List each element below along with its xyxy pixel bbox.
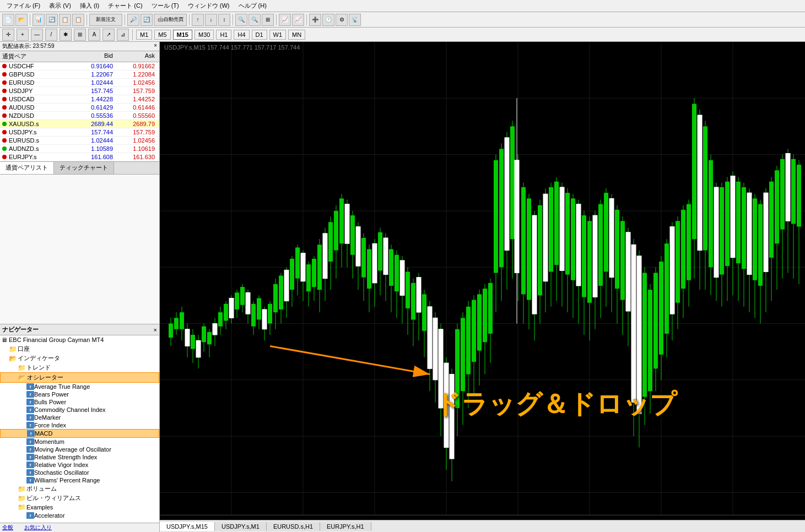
navigator-close-btn[interactable]: × [154, 327, 157, 333]
navigator-folder[interactable]: 📂インディケータ [0, 354, 159, 363]
navigator-indicator[interactable]: fDeMarker [0, 414, 159, 421]
navigator-indicator[interactable]: fMomentum [0, 438, 159, 446]
tf-d1[interactable]: D1 [252, 30, 267, 40]
tf-m15[interactable]: M15 [173, 30, 192, 40]
btn-t15[interactable]: 📡 [349, 14, 361, 26]
menu-window[interactable]: ウィンドウ (W) [183, 1, 234, 11]
menu-tools[interactable]: ツール (T) [147, 1, 183, 11]
pair-row[interactable]: AUDNZD.s 1.10589 1.10619 [0, 145, 159, 153]
btn-t5[interactable]: 🔎 [127, 14, 139, 26]
pair-row[interactable]: USDCHF 0.91640 0.91662 [0, 62, 159, 70]
draw-text-btn[interactable]: A [88, 29, 100, 41]
btn-t9[interactable]: ↕ [218, 14, 230, 26]
pair-row[interactable]: EURUSD.s 1.02444 1.02456 [0, 137, 159, 145]
svg-rect-237 [742, 187, 746, 269]
pair-bid: 157.745 [69, 88, 113, 94]
draw-grid-btn[interactable]: ⊞ [74, 29, 86, 41]
btn-t12[interactable]: ➕ [309, 14, 321, 26]
btn-t2[interactable]: 🔄 [46, 14, 58, 26]
navigator-indicator[interactable]: fRelative Vigor Index [0, 461, 159, 469]
chart-tab-usdjpy-m1[interactable]: USDJPY.s,M1 [215, 522, 267, 531]
menu-insert[interactable]: 挿入 (I) [75, 1, 104, 11]
pair-dot [2, 155, 7, 159]
btn-t4[interactable]: 📋 [72, 14, 84, 26]
pair-row[interactable]: EURUSD 1.02444 1.02456 [0, 79, 159, 87]
btn-t14[interactable]: ⚙ [336, 14, 348, 26]
btn-t13[interactable]: 🕐 [322, 14, 334, 26]
tab-tick-chart[interactable]: ティックチャート [54, 162, 114, 174]
tf-m1[interactable]: M1 [136, 30, 152, 40]
menu-view[interactable]: 表示 (V) [45, 1, 75, 11]
crosshair-btn[interactable]: + [17, 29, 29, 41]
draw-arrow-btn[interactable]: ↗ [102, 29, 115, 41]
pair-row[interactable]: AUDUSD 0.61429 0.61446 [0, 104, 159, 112]
draw-slash-btn[interactable]: / [45, 29, 57, 41]
menu-file[interactable]: ファイル (F) [2, 1, 45, 11]
tf-m5[interactable]: M5 [154, 30, 170, 40]
zoom-out-btn[interactable]: 🔍 [248, 14, 261, 26]
pair-dot [2, 64, 7, 68]
btn-t10[interactable]: 📈 [279, 14, 291, 26]
btn-t3[interactable]: 📋 [59, 14, 71, 26]
menu-help[interactable]: ヘルプ (H) [234, 1, 271, 11]
btn-t8[interactable]: ↓ [205, 14, 217, 26]
chart-tab-eurusd-h1[interactable]: EURUSD.s,H1 [267, 522, 320, 531]
navigator-indicator[interactable]: fStochastic Oscillator [0, 469, 159, 476]
open-btn[interactable]: 📂 [15, 14, 28, 26]
tab-pairs-list[interactable]: 通貨ペアリスト [0, 162, 54, 174]
draw-line-btn[interactable]: — [31, 29, 43, 41]
zoom-fit-btn[interactable]: ⊞ [262, 14, 274, 26]
tf-h4[interactable]: H4 [234, 30, 249, 40]
svg-rect-184 [620, 221, 625, 300]
pair-row[interactable]: GBPUSD 1.22067 1.22084 [0, 70, 159, 79]
auto-trade-btn[interactable]: 🤖自動売買 [154, 14, 187, 26]
status-close[interactable]: × [154, 42, 157, 50]
navigator-indicator[interactable]: fCommodity Channel Index [0, 406, 159, 414]
navigator-indicator[interactable]: fBulls Power [0, 398, 159, 406]
navigator-folder[interactable]: 📁Examples [0, 503, 159, 512]
navigator-folder[interactable]: 📂オシレーター [0, 372, 159, 383]
bottom-all[interactable]: 全般 [2, 524, 13, 531]
tf-h1[interactable]: H1 [216, 30, 231, 40]
navigator-folder[interactable]: 📁トレンド [0, 363, 159, 372]
pair-row[interactable]: EURJPY.s 161.608 161.630 [0, 153, 159, 161]
zoom-in-btn[interactable]: 🔍 [235, 14, 247, 26]
navigator-folder[interactable]: 📁ボリューム [0, 484, 159, 493]
btn-t11[interactable]: 📈 [292, 14, 304, 26]
navigator-indicator[interactable]: fMACD [0, 429, 159, 438]
new-order-btn[interactable]: 新規注文 [89, 14, 122, 26]
chart-tab-usdjpy-m15[interactable]: USDJPY.s,M15 [160, 522, 215, 531]
navigator-indicator[interactable]: fRelative Strength Index [0, 453, 159, 461]
navigator-indicator[interactable]: fForce Index [0, 421, 159, 429]
navigator-folder[interactable]: 🖥EBC Financial Group Cayman MT4 [0, 335, 159, 344]
navigator-indicator[interactable]: fAverage True Range [0, 383, 159, 390]
pair-row[interactable]: USDJPY 157.745 157.759 [0, 87, 159, 95]
new-chart-btn[interactable]: 📄 [2, 14, 14, 26]
tf-m30[interactable]: M30 [195, 30, 214, 40]
navigator-folder[interactable]: 📁ビル・ウィリアムス [0, 493, 159, 503]
btn-t7[interactable]: ↑ [192, 14, 204, 26]
svg-rect-170 [582, 215, 586, 297]
chart-area[interactable]: USDJPY.s,M15 157.744 157.771 157.717 157… [160, 42, 805, 532]
btn-t1[interactable]: 📊 [33, 14, 45, 26]
btn-t6[interactable]: 🔄 [141, 14, 153, 26]
draw-angle-btn[interactable]: ⊿ [117, 29, 129, 41]
draw-star-btn[interactable]: ✱ [60, 29, 72, 41]
pair-row[interactable]: XAUUSD.s 2689.44 2689.79 [0, 120, 159, 128]
cursor-btn[interactable]: ✛ [2, 29, 14, 41]
navigator-indicator[interactable]: fMoving Average of Oscillator [0, 446, 159, 453]
navigator-indicator[interactable]: fWilliams' Percent Range [0, 476, 159, 484]
tf-w1[interactable]: W1 [269, 30, 287, 40]
menu-chart[interactable]: チャート (C) [104, 1, 147, 11]
navigator-indicator[interactable]: fAccelerator [0, 512, 159, 519]
bottom-favorites[interactable]: お気に入り [24, 524, 52, 531]
tf-mn[interactable]: MN [288, 30, 305, 40]
svg-rect-207 [687, 204, 691, 280]
pair-row[interactable]: NZDUSD 0.55536 0.55560 [0, 112, 159, 120]
navigator-folder[interactable]: 📁口座 [0, 344, 159, 354]
chart-tab-eurjpy-h1[interactable]: EURJPY.s,H1 [320, 522, 371, 531]
svg-rect-182 [609, 198, 614, 277]
pair-row[interactable]: USDCAD 1.44228 1.44252 [0, 95, 159, 104]
pair-row[interactable]: USDJPY.s 157.744 157.759 [0, 128, 159, 137]
navigator-indicator[interactable]: fBears Power [0, 390, 159, 398]
